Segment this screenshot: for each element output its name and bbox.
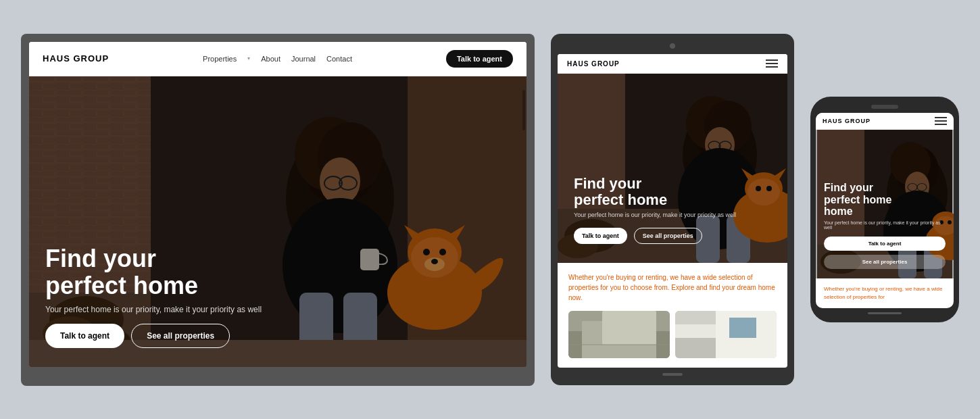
tablet-talk-agent-button[interactable]: Talk to agent [574,228,627,244]
desktop-nav-links: Properties ▾ About Journal Contact [203,55,352,63]
tablet-description: Whether you're buying or renting, we hav… [568,272,777,303]
mobile-hero-subtitle: Your perfect home is our priority, make … [824,220,946,230]
desktop-scrollbar[interactable] [522,76,525,367]
mobile-hero-title: Find your perfect home home [824,182,946,218]
desktop-nav: HAUS GROUP Properties ▾ About Journal Co… [29,42,526,76]
mobile-nav: HAUS GROUP [816,113,954,130]
tablet-hero-subtitle: Your perfect home is our priority, make … [574,212,771,218]
tablet-logo: HAUS GROUP [567,60,620,68]
tablet-see-properties-button[interactable]: See all properties [634,228,702,244]
tablet-hero-buttons: Talk to agent See all properties [574,228,771,244]
mobile-home-bar[interactable] [868,312,902,314]
nav-properties[interactable]: Properties [203,55,237,63]
mobile-description: Whether you're buying or renting, we hav… [824,285,946,301]
mobile-mockup: HAUS GROUP [810,97,959,322]
hamburger-line-1 [766,59,778,61]
tablet-hero: Find your perfect home Your perfect home… [558,74,787,263]
mobile-hamburger-line-1 [935,117,947,118]
tablet-prop-card-2[interactable] [675,311,777,358]
nav-about[interactable]: About [261,55,280,63]
tablet-nav: HAUS GROUP [558,54,787,74]
mobile-hamburger-line-3 [935,124,947,125]
svg-rect-63 [729,318,756,338]
tablet-hero-content: Find your perfect home Your perfect home… [558,162,787,263]
mobile-camera [871,105,898,109]
mobile-talk-agent-button[interactable]: Talk to agent [824,237,946,251]
tablet-camera [670,43,675,49]
tablet-content: Whether you're buying or renting, we hav… [558,263,787,368]
tablet-screen: HAUS GROUP [558,54,787,368]
mobile-hero: Find your perfect home home Your perfect… [816,130,954,278]
desktop-hero: Find your perfect home Your perfect home… [29,76,526,367]
desktop-hero-content: Find your perfect home Your perfect home… [29,232,526,366]
mobile-see-properties-button[interactable]: See all properties [824,255,946,269]
mobile-hamburger-line-2 [935,120,947,122]
mobile-hero-buttons: Talk to agent See all properties [824,237,946,269]
tablet-prop-card-1[interactable] [568,311,670,358]
mobile-hamburger-menu[interactable] [935,117,947,125]
tablet-hero-title: Find your perfect home [574,176,771,208]
svg-rect-58 [602,311,656,345]
desktop-talk-agent-button[interactable]: Talk to agent [45,324,124,348]
tablet-prop-image-2 [675,311,777,358]
svg-rect-64 [675,338,716,358]
tablet-home-button[interactable] [662,373,683,376]
desktop-hero-title: Find your perfect home [45,245,510,299]
tablet-prop-image-1 [568,311,670,358]
tablet-mockup: HAUS GROUP [551,34,794,385]
nav-contact[interactable]: Contact [326,55,352,63]
mobile-logo: HAUS GROUP [823,118,871,124]
nav-journal[interactable]: Journal [291,55,316,63]
tablet-properties-grid [568,311,777,358]
mobile-content: Whether you're buying or renting, we hav… [816,278,954,308]
hamburger-line-3 [766,66,778,68]
desktop-cta-button[interactable]: Talk to agent [446,50,513,68]
desktop-see-properties-button[interactable]: See all properties [131,324,230,348]
desktop-hero-subtitle: Your perfect home is our priority, make … [45,305,510,314]
hamburger-line-2 [766,63,778,64]
tablet-hamburger-menu[interactable] [766,59,778,68]
desktop-logo: HAUS GROUP [43,53,109,64]
desktop-hero-buttons: Talk to agent See all properties [45,324,510,348]
mobile-screen: HAUS GROUP [816,113,954,308]
mobile-hero-content: Find your perfect home home Your perfect… [816,175,954,278]
desktop-mockup: HAUS GROUP Properties ▾ About Journal Co… [21,34,535,386]
